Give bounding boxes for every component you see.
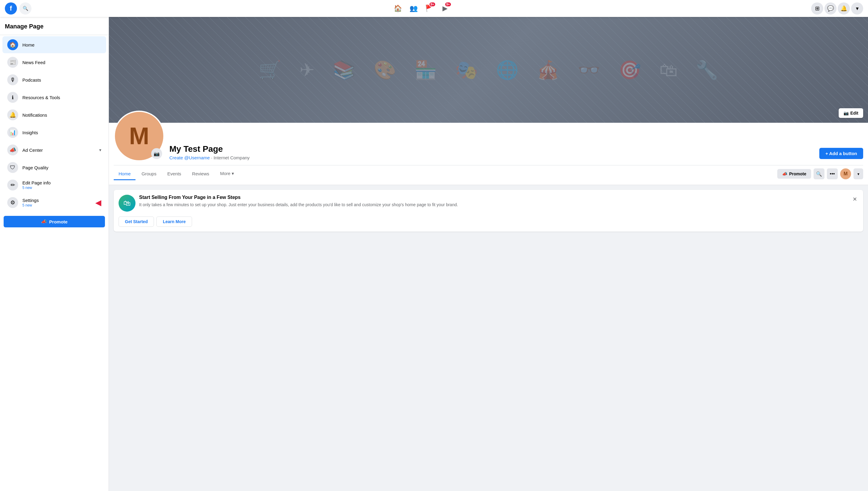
notification-card-inner: 🛍 Start Selling From Your Page in a Few … — [114, 190, 863, 216]
sidebar-podcasts-label: Podcasts — [22, 78, 101, 83]
sidebar-item-editpageinfo[interactable]: ✏ Edit Page info 5 new — [2, 177, 106, 194]
page-name: My Test Page — [169, 144, 814, 154]
learn-more-label: Learn More — [163, 219, 186, 224]
pages-badge: 9+ — [429, 2, 436, 7]
home-nav-icon: 🏠 — [394, 4, 402, 12]
sidebar-notifications-label: Notifications — [22, 113, 101, 118]
add-button-label: + Add a button — [825, 151, 857, 156]
edit-cover-button[interactable]: 📷 Edit — [839, 108, 863, 118]
sell-notification-card: 🛍 Start Selling From Your Page in a Few … — [114, 190, 863, 232]
page-avatar-dropdown-button[interactable]: ▾ — [853, 168, 863, 179]
search-tab-button[interactable]: 🔍 — [814, 168, 824, 179]
notification-description: It only takes a few minutes to set up yo… — [139, 202, 848, 208]
pagequality-sidebar-icon: 🛡 — [7, 162, 18, 173]
get-started-label: Get Started — [125, 219, 147, 224]
top-nav-right: ⊞ 💬 🔔 ▾ — [811, 2, 863, 15]
bell-icon: 🔔 — [840, 5, 847, 12]
sidebar-item-resources[interactable]: ℹ Resources & Tools — [2, 89, 106, 106]
more-options-tab-button[interactable]: ••• — [827, 168, 838, 179]
watch-nav-button[interactable]: ▶ 9+ — [438, 1, 452, 16]
sidebar-item-settings[interactable]: ⚙ Settings 5 new ◀ — [2, 194, 106, 211]
page-avatar-tab[interactable]: M — [840, 168, 851, 179]
close-icon: ✕ — [852, 196, 857, 202]
promote-sidebar-label: Promote — [49, 219, 68, 224]
tab-more[interactable]: More ▾ — [215, 168, 239, 180]
home-sidebar-icon: 🏠 — [7, 39, 18, 50]
camera-icon: 📷 — [843, 111, 849, 115]
account-dropdown-button[interactable]: ▾ — [851, 2, 863, 15]
tab-home-label: Home — [118, 171, 131, 176]
main-layout: Manage Page 🏠 Home 📰 News Feed 🎙 Podcast… — [0, 17, 868, 236]
facebook-logo[interactable]: f — [5, 2, 17, 15]
sidebar-item-home[interactable]: 🏠 Home — [2, 36, 106, 53]
sidebar-pagequality-label: Page Quality — [22, 165, 101, 170]
search-icon: 🔍 — [23, 6, 28, 11]
tab-reviews-label: Reviews — [192, 171, 209, 176]
promote-tab-icon: 📣 — [782, 171, 787, 176]
search-tab-icon: 🔍 — [816, 171, 822, 177]
profile-initial: M — [129, 122, 149, 150]
create-username-link[interactable]: Create @Username — [169, 155, 210, 160]
sidebar-item-newsfeed[interactable]: 📰 News Feed — [2, 54, 106, 71]
cover-photo: 🛒✈📚🎨 🏪🎭🌐🎪 👓🎯🛍🔧 📷 Edit — [109, 17, 868, 123]
tab-reviews[interactable]: Reviews — [187, 168, 214, 180]
tab-events-label: Events — [167, 171, 181, 176]
red-arrow-icon: ◀ — [95, 198, 101, 207]
tab-home[interactable]: Home — [114, 168, 136, 180]
notification-title: Start Selling From Your Page in a Few St… — [139, 195, 848, 200]
notifications-sidebar-icon: 🔔 — [7, 110, 18, 120]
adcenter-sidebar-icon: 📣 — [7, 145, 18, 155]
sidebar-divider — [0, 35, 109, 35]
podcasts-sidebar-icon: 🎙 — [7, 75, 18, 85]
edit-cover-label: Edit — [850, 111, 858, 115]
tab-events[interactable]: Events — [162, 168, 186, 180]
insights-sidebar-icon: 📊 — [7, 127, 18, 138]
grid-button[interactable]: ⊞ — [811, 2, 823, 15]
settings-badge: 5 new — [22, 203, 90, 207]
sidebar-item-podcasts[interactable]: 🎙 Podcasts — [2, 71, 106, 88]
tab-groups-label: Groups — [142, 171, 156, 176]
settings-sidebar-icon: ⚙ — [7, 197, 18, 208]
promote-tab-button[interactable]: 📣 Promote — [777, 169, 811, 179]
sidebar-home-label: Home — [22, 42, 101, 48]
learn-more-button[interactable]: Learn More — [156, 216, 192, 227]
promote-sidebar-icon: 📣 — [41, 219, 47, 224]
sidebar-item-insights[interactable]: 📊 Insights — [2, 124, 106, 141]
search-button[interactable]: 🔍 — [19, 2, 31, 15]
pages-nav-button[interactable]: 🚩 9+ — [422, 1, 437, 16]
more-chevron-icon: ▾ — [232, 171, 234, 176]
cover-icons: 🛒✈📚🎨 🏪🎭🌐🎪 👓🎯🛍🔧 — [109, 17, 868, 123]
page-avatar-initial-tab: M — [843, 171, 847, 177]
sidebar: Manage Page 🏠 Home 📰 News Feed 🎙 Podcast… — [0, 17, 109, 236]
top-navigation: f 🔍 🏠 👥 🚩 9+ ▶ 9+ ⊞ 💬 🔔 ▾ — [0, 0, 868, 17]
cover-background: 🛒✈📚🎨 🏪🎭🌐🎪 👓🎯🛍🔧 — [109, 17, 868, 123]
notifications-button[interactable]: 🔔 — [838, 2, 850, 15]
sidebar-adcenter-label: Ad Center — [22, 148, 95, 153]
sidebar-item-adcenter[interactable]: 📣 Ad Center ▾ — [2, 142, 106, 158]
home-nav-button[interactable]: 🏠 — [390, 1, 405, 16]
sidebar-editpageinfo-label: Edit Page info — [22, 180, 101, 185]
tab-more-label: More — [220, 171, 230, 176]
add-a-button-button[interactable]: + Add a button — [819, 148, 863, 159]
friends-nav-icon: 👥 — [410, 4, 418, 12]
sidebar-promote-button[interactable]: 📣 Promote — [4, 216, 105, 227]
notification-close-button[interactable]: ✕ — [851, 195, 858, 204]
get-started-button[interactable]: Get Started — [118, 216, 154, 227]
sidebar-resources-label: Resources & Tools — [22, 95, 101, 100]
avatar-camera-icon: 📷 — [153, 151, 160, 156]
change-profile-photo-button[interactable]: 📷 — [151, 148, 162, 159]
sidebar-newsfeed-label: News Feed — [22, 60, 101, 65]
notification-actions: Get Started Learn More — [114, 216, 863, 232]
sidebar-item-notifications[interactable]: 🔔 Notifications — [2, 107, 106, 123]
main-content: 🛒✈📚🎨 🏪🎭🌐🎪 👓🎯🛍🔧 📷 Edit M 📷 — [109, 17, 868, 236]
friends-nav-button[interactable]: 👥 — [406, 1, 421, 16]
promote-tab-label: Promote — [789, 171, 806, 176]
sidebar-title: Manage Page — [0, 21, 109, 34]
messenger-button[interactable]: 💬 — [824, 2, 837, 15]
sidebar-item-pagequality[interactable]: 🛡 Page Quality — [2, 159, 106, 176]
tab-groups[interactable]: Groups — [137, 168, 161, 180]
chevron-down-icon: ▾ — [856, 5, 859, 12]
avatar-dropdown-chevron-icon: ▾ — [858, 172, 860, 176]
page-tab-actions: 📣 Promote 🔍 ••• M ▾ — [777, 168, 863, 179]
watch-badge: 9+ — [445, 2, 451, 7]
